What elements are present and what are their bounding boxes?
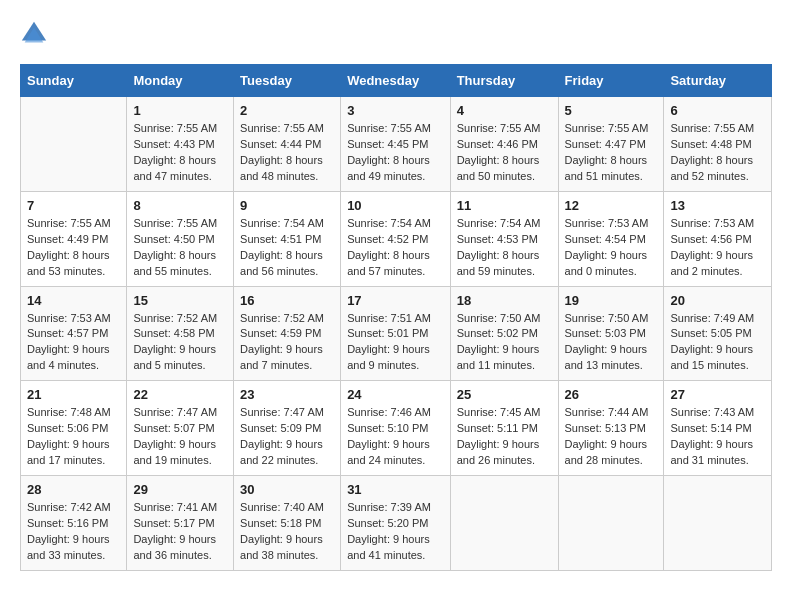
day-info: Sunrise: 7:41 AMSunset: 5:17 PMDaylight:… bbox=[133, 500, 227, 564]
day-info: Sunrise: 7:47 AMSunset: 5:07 PMDaylight:… bbox=[133, 405, 227, 469]
dow-header-sunday: Sunday bbox=[21, 65, 127, 97]
day-number: 1 bbox=[133, 103, 227, 118]
day-number: 9 bbox=[240, 198, 334, 213]
calendar-cell: 30Sunrise: 7:40 AMSunset: 5:18 PMDayligh… bbox=[234, 476, 341, 571]
day-info: Sunrise: 7:43 AMSunset: 5:14 PMDaylight:… bbox=[670, 405, 765, 469]
calendar-cell: 31Sunrise: 7:39 AMSunset: 5:20 PMDayligh… bbox=[341, 476, 451, 571]
day-info: Sunrise: 7:46 AMSunset: 5:10 PMDaylight:… bbox=[347, 405, 444, 469]
day-number: 23 bbox=[240, 387, 334, 402]
day-number: 15 bbox=[133, 293, 227, 308]
day-number: 4 bbox=[457, 103, 552, 118]
day-number: 14 bbox=[27, 293, 120, 308]
calendar-week-1: 1Sunrise: 7:55 AMSunset: 4:43 PMDaylight… bbox=[21, 97, 772, 192]
day-number: 29 bbox=[133, 482, 227, 497]
day-info: Sunrise: 7:45 AMSunset: 5:11 PMDaylight:… bbox=[457, 405, 552, 469]
calendar-cell: 22Sunrise: 7:47 AMSunset: 5:07 PMDayligh… bbox=[127, 381, 234, 476]
day-number: 31 bbox=[347, 482, 444, 497]
day-number: 30 bbox=[240, 482, 334, 497]
calendar-cell bbox=[664, 476, 772, 571]
calendar-cell: 11Sunrise: 7:54 AMSunset: 4:53 PMDayligh… bbox=[450, 191, 558, 286]
day-number: 16 bbox=[240, 293, 334, 308]
day-info: Sunrise: 7:55 AMSunset: 4:47 PMDaylight:… bbox=[565, 121, 658, 185]
day-number: 25 bbox=[457, 387, 552, 402]
day-info: Sunrise: 7:55 AMSunset: 4:45 PMDaylight:… bbox=[347, 121, 444, 185]
day-number: 13 bbox=[670, 198, 765, 213]
calendar-cell: 1Sunrise: 7:55 AMSunset: 4:43 PMDaylight… bbox=[127, 97, 234, 192]
calendar-cell bbox=[558, 476, 664, 571]
day-number: 22 bbox=[133, 387, 227, 402]
day-number: 28 bbox=[27, 482, 120, 497]
day-info: Sunrise: 7:40 AMSunset: 5:18 PMDaylight:… bbox=[240, 500, 334, 564]
day-number: 21 bbox=[27, 387, 120, 402]
logo-icon bbox=[20, 20, 48, 48]
day-number: 7 bbox=[27, 198, 120, 213]
calendar-cell: 12Sunrise: 7:53 AMSunset: 4:54 PMDayligh… bbox=[558, 191, 664, 286]
calendar-cell: 27Sunrise: 7:43 AMSunset: 5:14 PMDayligh… bbox=[664, 381, 772, 476]
dow-header-wednesday: Wednesday bbox=[341, 65, 451, 97]
day-number: 8 bbox=[133, 198, 227, 213]
day-info: Sunrise: 7:55 AMSunset: 4:48 PMDaylight:… bbox=[670, 121, 765, 185]
calendar-cell: 20Sunrise: 7:49 AMSunset: 5:05 PMDayligh… bbox=[664, 286, 772, 381]
logo bbox=[20, 20, 52, 48]
day-info: Sunrise: 7:54 AMSunset: 4:52 PMDaylight:… bbox=[347, 216, 444, 280]
day-info: Sunrise: 7:53 AMSunset: 4:54 PMDaylight:… bbox=[565, 216, 658, 280]
day-number: 5 bbox=[565, 103, 658, 118]
day-number: 24 bbox=[347, 387, 444, 402]
day-number: 27 bbox=[670, 387, 765, 402]
calendar-week-2: 7Sunrise: 7:55 AMSunset: 4:49 PMDaylight… bbox=[21, 191, 772, 286]
calendar-week-4: 21Sunrise: 7:48 AMSunset: 5:06 PMDayligh… bbox=[21, 381, 772, 476]
calendar-cell: 13Sunrise: 7:53 AMSunset: 4:56 PMDayligh… bbox=[664, 191, 772, 286]
day-number: 12 bbox=[565, 198, 658, 213]
calendar-cell: 9Sunrise: 7:54 AMSunset: 4:51 PMDaylight… bbox=[234, 191, 341, 286]
day-of-week-header-row: SundayMondayTuesdayWednesdayThursdayFrid… bbox=[21, 65, 772, 97]
day-info: Sunrise: 7:51 AMSunset: 5:01 PMDaylight:… bbox=[347, 311, 444, 375]
calendar-cell: 24Sunrise: 7:46 AMSunset: 5:10 PMDayligh… bbox=[341, 381, 451, 476]
calendar-cell: 17Sunrise: 7:51 AMSunset: 5:01 PMDayligh… bbox=[341, 286, 451, 381]
day-number: 26 bbox=[565, 387, 658, 402]
day-info: Sunrise: 7:55 AMSunset: 4:46 PMDaylight:… bbox=[457, 121, 552, 185]
day-info: Sunrise: 7:54 AMSunset: 4:51 PMDaylight:… bbox=[240, 216, 334, 280]
day-number: 20 bbox=[670, 293, 765, 308]
calendar-cell bbox=[450, 476, 558, 571]
calendar-cell: 5Sunrise: 7:55 AMSunset: 4:47 PMDaylight… bbox=[558, 97, 664, 192]
calendar-cell: 15Sunrise: 7:52 AMSunset: 4:58 PMDayligh… bbox=[127, 286, 234, 381]
day-number: 2 bbox=[240, 103, 334, 118]
day-info: Sunrise: 7:42 AMSunset: 5:16 PMDaylight:… bbox=[27, 500, 120, 564]
day-info: Sunrise: 7:55 AMSunset: 4:44 PMDaylight:… bbox=[240, 121, 334, 185]
calendar-week-5: 28Sunrise: 7:42 AMSunset: 5:16 PMDayligh… bbox=[21, 476, 772, 571]
day-info: Sunrise: 7:54 AMSunset: 4:53 PMDaylight:… bbox=[457, 216, 552, 280]
day-number: 11 bbox=[457, 198, 552, 213]
day-info: Sunrise: 7:55 AMSunset: 4:49 PMDaylight:… bbox=[27, 216, 120, 280]
calendar-cell: 26Sunrise: 7:44 AMSunset: 5:13 PMDayligh… bbox=[558, 381, 664, 476]
calendar-cell: 18Sunrise: 7:50 AMSunset: 5:02 PMDayligh… bbox=[450, 286, 558, 381]
day-number: 19 bbox=[565, 293, 658, 308]
calendar-cell: 7Sunrise: 7:55 AMSunset: 4:49 PMDaylight… bbox=[21, 191, 127, 286]
dow-header-monday: Monday bbox=[127, 65, 234, 97]
day-info: Sunrise: 7:50 AMSunset: 5:02 PMDaylight:… bbox=[457, 311, 552, 375]
calendar-cell: 2Sunrise: 7:55 AMSunset: 4:44 PMDaylight… bbox=[234, 97, 341, 192]
calendar-cell: 10Sunrise: 7:54 AMSunset: 4:52 PMDayligh… bbox=[341, 191, 451, 286]
day-info: Sunrise: 7:53 AMSunset: 4:57 PMDaylight:… bbox=[27, 311, 120, 375]
day-number: 10 bbox=[347, 198, 444, 213]
calendar-cell: 23Sunrise: 7:47 AMSunset: 5:09 PMDayligh… bbox=[234, 381, 341, 476]
day-info: Sunrise: 7:55 AMSunset: 4:43 PMDaylight:… bbox=[133, 121, 227, 185]
dow-header-friday: Friday bbox=[558, 65, 664, 97]
calendar-cell: 14Sunrise: 7:53 AMSunset: 4:57 PMDayligh… bbox=[21, 286, 127, 381]
dow-header-thursday: Thursday bbox=[450, 65, 558, 97]
day-info: Sunrise: 7:52 AMSunset: 4:59 PMDaylight:… bbox=[240, 311, 334, 375]
page-header bbox=[20, 20, 772, 48]
dow-header-tuesday: Tuesday bbox=[234, 65, 341, 97]
calendar-cell bbox=[21, 97, 127, 192]
calendar-cell: 16Sunrise: 7:52 AMSunset: 4:59 PMDayligh… bbox=[234, 286, 341, 381]
calendar-week-3: 14Sunrise: 7:53 AMSunset: 4:57 PMDayligh… bbox=[21, 286, 772, 381]
day-info: Sunrise: 7:44 AMSunset: 5:13 PMDaylight:… bbox=[565, 405, 658, 469]
calendar-cell: 25Sunrise: 7:45 AMSunset: 5:11 PMDayligh… bbox=[450, 381, 558, 476]
day-info: Sunrise: 7:50 AMSunset: 5:03 PMDaylight:… bbox=[565, 311, 658, 375]
day-info: Sunrise: 7:52 AMSunset: 4:58 PMDaylight:… bbox=[133, 311, 227, 375]
day-info: Sunrise: 7:49 AMSunset: 5:05 PMDaylight:… bbox=[670, 311, 765, 375]
day-number: 17 bbox=[347, 293, 444, 308]
calendar-cell: 21Sunrise: 7:48 AMSunset: 5:06 PMDayligh… bbox=[21, 381, 127, 476]
calendar-cell: 6Sunrise: 7:55 AMSunset: 4:48 PMDaylight… bbox=[664, 97, 772, 192]
calendar-cell: 29Sunrise: 7:41 AMSunset: 5:17 PMDayligh… bbox=[127, 476, 234, 571]
calendar-table: SundayMondayTuesdayWednesdayThursdayFrid… bbox=[20, 64, 772, 571]
